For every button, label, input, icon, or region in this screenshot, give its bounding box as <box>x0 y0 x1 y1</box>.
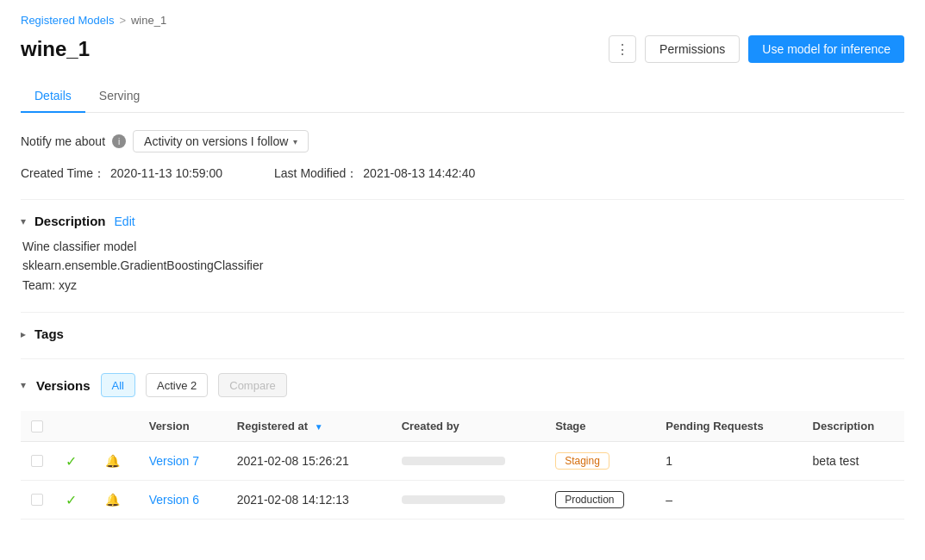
stage-badge[interactable]: Staging <box>555 452 609 470</box>
sort-icon[interactable]: ▼ <box>315 422 323 432</box>
description-header: ▾ Description Edit <box>21 214 904 228</box>
breadcrumb-separator: > <box>119 14 126 27</box>
versions-table: Version Registered at ▼ Created by Stage… <box>21 411 904 520</box>
description-line-3: Team: xyz <box>22 276 904 295</box>
row-bell-cell: 🔔 <box>95 481 139 520</box>
status-check-icon: ✓ <box>66 454 77 469</box>
registered-at-value: 2021-02-08 15:26:21 <box>237 454 349 468</box>
col-registered-at: Registered at ▼ <box>227 411 391 442</box>
description-content: Wine classifier model sklearn.ensemble.G… <box>21 237 904 295</box>
row-bell-cell: 🔔 <box>95 442 139 481</box>
info-icon[interactable]: i <box>112 134 126 148</box>
description-section: ▾ Description Edit Wine classifier model… <box>21 214 904 295</box>
col-bell <box>95 411 139 442</box>
row-stage-cell: Staging <box>545 442 655 481</box>
row-checkbox-cell <box>21 481 55 520</box>
created-value: 2020-11-13 10:59:00 <box>110 166 222 182</box>
col-description: Description <box>803 411 904 442</box>
notify-dropdown-text: Activity on versions I follow <box>144 134 288 148</box>
tab-serving[interactable]: Serving <box>85 80 153 113</box>
col-stage: Stage <box>545 411 655 442</box>
row-registered-cell: 2021-02-08 14:12:13 <box>227 481 391 520</box>
more-options-button[interactable]: ⋮ <box>609 35 636 63</box>
table-header-row: Version Registered at ▼ Created by Stage… <box>21 411 904 442</box>
meta-row: Created Time： 2020-11-13 10:59:00 Last M… <box>21 166 904 182</box>
header-actions: ⋮ Permissions Use model for inference <box>609 35 904 63</box>
row-registered-cell: 2021-02-08 15:26:21 <box>227 442 391 481</box>
row-created-by-cell <box>391 442 545 481</box>
modified-value: 2021-08-13 14:42:40 <box>363 166 475 182</box>
versions-section: ▾ Versions All Active 2 Compare Version <box>21 373 904 520</box>
permissions-button[interactable]: Permissions <box>645 35 740 63</box>
filter-all-button[interactable]: All <box>101 373 135 397</box>
row-version-cell: Version 6 <box>139 481 227 520</box>
row-created-by-cell <box>391 481 545 520</box>
row-checkbox-cell <box>21 442 55 481</box>
row-checkbox[interactable] <box>31 455 43 467</box>
row-description-cell: beta test <box>803 442 904 481</box>
col-created-by: Created by <box>391 411 545 442</box>
row-version-cell: Version 7 <box>139 442 227 481</box>
notify-dropdown[interactable]: Activity on versions I follow ▾ <box>133 130 309 152</box>
created-by-bar <box>402 495 505 504</box>
compare-button[interactable]: Compare <box>218 373 286 397</box>
row-checkbox[interactable] <box>31 494 43 506</box>
row-status-cell: ✓ <box>55 481 95 520</box>
divider-1 <box>21 199 904 200</box>
bell-icon[interactable]: 🔔 <box>105 454 120 468</box>
created-time-item: Created Time： 2020-11-13 10:59:00 <box>21 166 222 182</box>
notify-label: Notify me about <box>21 134 105 148</box>
bell-icon[interactable]: 🔔 <box>105 493 120 507</box>
chevron-down-icon: ▾ <box>293 137 297 146</box>
table-row: ✓ 🔔 Version 6 2021-02-08 14:12:13 Produc… <box>21 481 904 520</box>
description-toggle[interactable]: ▾ <box>21 215 26 227</box>
pending-count: – <box>666 493 672 507</box>
description-value: beta test <box>813 454 859 468</box>
divider-3 <box>21 358 904 359</box>
version-link[interactable]: Version 7 <box>149 454 199 468</box>
modified-time-item: Last Modified： 2021-08-13 14:42:40 <box>274 166 475 182</box>
use-model-button[interactable]: Use model for inference <box>748 35 904 63</box>
row-stage-cell: Production <box>545 481 655 520</box>
description-line-2: sklearn.ensemble.GradientBoostingClassif… <box>22 256 904 275</box>
breadcrumb: Registered Models > wine_1 <box>21 14 904 27</box>
tab-details[interactable]: Details <box>21 80 85 113</box>
row-description-cell <box>803 481 904 520</box>
page-header: wine_1 ⋮ Permissions Use model for infer… <box>21 35 904 63</box>
page-title: wine_1 <box>21 37 90 61</box>
tags-toggle[interactable]: ▸ <box>21 328 26 340</box>
registered-at-value: 2021-02-08 14:12:13 <box>237 493 349 507</box>
row-pending-cell: 1 <box>655 442 802 481</box>
col-version: Version <box>139 411 227 442</box>
versions-toggle[interactable]: ▾ <box>21 379 26 391</box>
description-edit[interactable]: Edit <box>115 215 135 228</box>
tabs-container: Details Serving <box>21 80 904 113</box>
tags-section: ▸ Tags <box>21 327 904 341</box>
versions-title: Versions <box>36 378 91 393</box>
stage-badge[interactable]: Production <box>555 491 623 508</box>
col-status <box>55 411 95 442</box>
row-pending-cell: – <box>655 481 802 520</box>
notify-row: Notify me about i Activity on versions I… <box>21 130 904 152</box>
versions-header: ▾ Versions All Active 2 Compare <box>21 373 904 397</box>
filter-active-button[interactable]: Active 2 <box>146 373 208 397</box>
description-line-1: Wine classifier model <box>22 237 904 256</box>
table-row: ✓ 🔔 Version 7 2021-02-08 15:26:21 Stagin… <box>21 442 904 481</box>
col-checkbox <box>21 411 55 442</box>
divider-2 <box>21 312 904 313</box>
select-all-checkbox[interactable] <box>31 420 43 432</box>
tags-header: ▸ Tags <box>21 327 904 341</box>
version-link[interactable]: Version 6 <box>149 493 199 507</box>
description-title: Description <box>34 214 106 228</box>
status-check-icon: ✓ <box>66 493 77 507</box>
pending-count: 1 <box>666 454 672 468</box>
created-label: Created Time： <box>21 166 105 182</box>
col-pending: Pending Requests <box>655 411 802 442</box>
breadcrumb-parent[interactable]: Registered Models <box>21 14 114 27</box>
modified-label: Last Modified： <box>274 166 358 182</box>
tags-title: Tags <box>34 327 64 341</box>
row-status-cell: ✓ <box>55 442 95 481</box>
created-by-bar <box>402 457 505 465</box>
breadcrumb-current: wine_1 <box>131 14 166 27</box>
